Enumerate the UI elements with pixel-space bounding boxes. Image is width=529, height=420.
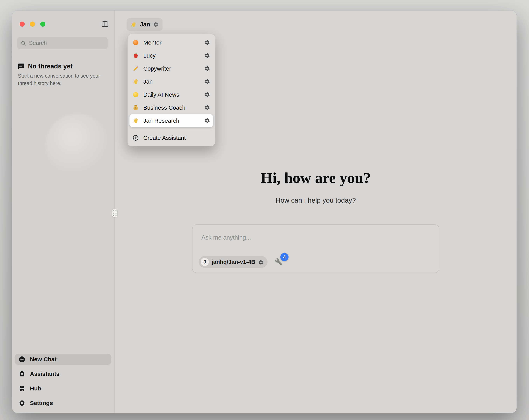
- sidebar-toggle-icon: [101, 20, 109, 28]
- assistants-icon: [18, 370, 26, 378]
- gear-icon[interactable]: [204, 79, 210, 85]
- composer-toolbar: J janhq/Jan-v1-4B 4: [199, 256, 283, 268]
- decorative-blur-blob: [45, 114, 109, 178]
- new-chat-label: New Chat: [30, 356, 57, 363]
- assistant-menu: Mentor Lucy: [127, 34, 215, 146]
- empty-state-description: Start a new conversation to see your thr…: [18, 72, 102, 87]
- empty-state-title: No threads yet: [18, 63, 73, 70]
- plus-circle-icon: [18, 356, 26, 363]
- search-box[interactable]: [17, 37, 108, 49]
- assistant-selector-button[interactable]: Jan: [127, 18, 162, 31]
- hub-label: Hub: [30, 385, 41, 392]
- gear-icon[interactable]: [258, 259, 264, 265]
- gear-icon[interactable]: [204, 92, 210, 98]
- greeting-subtitle: How can I help you today?: [115, 196, 516, 204]
- assistant-menu-item-jan-research[interactable]: Jan Research: [130, 114, 213, 127]
- gear-icon[interactable]: [204, 118, 210, 124]
- money-bag-icon: $: [132, 104, 139, 111]
- sidebar-item-assistants[interactable]: Assistants: [14, 368, 111, 379]
- sidebar-resize-handle[interactable]: [112, 209, 117, 217]
- wave-hand-icon: [132, 117, 139, 124]
- orange-circle-icon: [132, 39, 139, 46]
- assistant-menu-item-jan[interactable]: Jan: [130, 75, 213, 88]
- hub-icon: [18, 385, 26, 392]
- chat-bubble-icon: [18, 63, 25, 70]
- new-chat-button[interactable]: New Chat: [14, 354, 111, 365]
- assistant-menu-item-label: Business Coach: [143, 104, 185, 111]
- create-assistant-button[interactable]: Create Assistant: [130, 131, 213, 144]
- model-name: janhq/Jan-v1-4B: [212, 259, 255, 265]
- assistant-menu-item-label: Daily AI News: [143, 91, 179, 98]
- assistant-menu-item-business-coach[interactable]: $ Business Coach: [130, 101, 213, 114]
- assistant-menu-item-label: Mentor: [143, 39, 161, 46]
- empty-state-title-label: No threads yet: [28, 63, 73, 70]
- sidebar: No threads yet Start a new conversation …: [12, 11, 115, 413]
- plus-circle-outline-icon: [132, 134, 139, 141]
- assistant-menu-item-daily-ai-news[interactable]: Daily AI News: [130, 88, 213, 101]
- minimize-button[interactable]: [30, 22, 35, 27]
- assistant-menu-item-lucy[interactable]: Lucy: [130, 49, 213, 62]
- menu-separator: [131, 129, 212, 129]
- wave-hand-icon: [132, 78, 139, 85]
- gear-icon[interactable]: [204, 66, 210, 72]
- greeting-title: Hi, how are you?: [115, 169, 516, 187]
- gear-icon[interactable]: [204, 105, 210, 111]
- gear-icon[interactable]: [204, 53, 210, 59]
- assistant-menu-item-label: Jan: [143, 78, 153, 85]
- assistant-menu-item-label: Jan Research: [143, 117, 179, 124]
- window-controls: [20, 22, 45, 27]
- gear-icon: [153, 22, 159, 27]
- model-avatar: J: [201, 258, 209, 266]
- apple-icon: [132, 52, 139, 59]
- zoom-button[interactable]: [40, 22, 45, 27]
- pencil-icon: [132, 65, 139, 72]
- chat-input-placeholder: Ask me anything...: [201, 234, 251, 241]
- chat-input[interactable]: Ask me anything... J janhq/Jan-v1-4B 4: [192, 224, 439, 273]
- wave-hand-icon: [131, 21, 137, 28]
- close-button[interactable]: [20, 22, 25, 27]
- assistant-menu-item-copywriter[interactable]: Copywriter: [130, 62, 213, 75]
- search-icon: [21, 40, 26, 46]
- sidebar-toggle-button[interactable]: [100, 19, 110, 29]
- assistants-label: Assistants: [30, 371, 59, 377]
- tools-count-badge: 4: [280, 253, 289, 261]
- model-selector[interactable]: J janhq/Jan-v1-4B: [199, 256, 267, 268]
- search-input[interactable]: [29, 40, 104, 46]
- settings-label: Settings: [30, 400, 53, 406]
- create-assistant-label: Create Assistant: [143, 135, 186, 141]
- assistant-menu-item-label: Lucy: [143, 52, 156, 59]
- main-area: Jan Mentor: [115, 11, 516, 413]
- sidebar-item-hub[interactable]: Hub: [14, 383, 111, 394]
- yellow-circle-icon: [132, 91, 139, 98]
- tools-button[interactable]: 4: [275, 258, 283, 266]
- assistant-selector-label: Jan: [140, 21, 150, 28]
- app-window: No threads yet Start a new conversation …: [12, 11, 516, 413]
- sidebar-nav: New Chat Assistants: [14, 354, 111, 409]
- assistant-menu-item-label: Copywriter: [143, 65, 171, 72]
- settings-gear-icon: [18, 400, 26, 406]
- assistant-menu-item-mentor[interactable]: Mentor: [130, 36, 213, 49]
- sidebar-item-settings[interactable]: Settings: [14, 397, 111, 409]
- gear-icon[interactable]: [204, 40, 210, 46]
- svg-text:$: $: [135, 107, 137, 110]
